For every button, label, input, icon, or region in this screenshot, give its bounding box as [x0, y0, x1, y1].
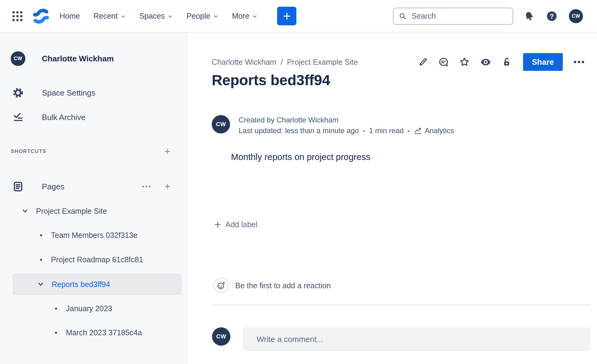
nav-people[interactable]: People	[186, 12, 218, 20]
add-reaction-icon[interactable]	[214, 278, 229, 293]
avatar-initials: CW	[216, 121, 226, 128]
chevron-down-icon	[252, 14, 258, 19]
tree-item-label: Team Members 032f313e	[51, 231, 137, 240]
tree-item-project-example-site[interactable]: Project Example Site	[22, 204, 107, 218]
search-box[interactable]	[393, 8, 513, 25]
last-updated-text[interactable]: Last updated: less than a minute ago	[239, 126, 359, 135]
unlock-icon[interactable]	[501, 57, 512, 67]
chevron-down-icon	[213, 14, 218, 19]
primary-nav: Home Recent Spaces People More	[60, 12, 258, 20]
avatar-initials: CW	[216, 333, 226, 340]
breadcrumb-separator: /	[280, 58, 283, 67]
tree-item-reports-selected[interactable]: Reports bed3ff94	[13, 274, 182, 295]
tree-item-january-2023[interactable]: • January 2023	[55, 301, 112, 316]
comment-bubble-icon[interactable]	[438, 57, 449, 67]
add-page-icon[interactable]	[163, 183, 171, 191]
comments-divider	[212, 304, 590, 305]
reaction-prompt: Be the first to add a reaction	[235, 281, 331, 290]
analytics-chart-icon	[414, 127, 422, 135]
tree-item-project-roadmap[interactable]: • Project Roadmap 61c8fc81	[40, 252, 143, 267]
avatar-initials: CW	[572, 13, 580, 19]
space-avatar: CW	[11, 51, 25, 66]
add-label-text: Add label	[225, 220, 257, 229]
add-label-button[interactable]: Add label	[214, 220, 257, 229]
plus-icon	[214, 220, 222, 229]
space-avatar-initials: CW	[14, 56, 22, 61]
top-navigation: Home Recent Spaces People More	[0, 0, 597, 32]
add-shortcut-icon[interactable]	[163, 147, 171, 155]
chevron-down-icon	[120, 14, 126, 19]
page-body-text: Monthly reports on project progress	[231, 152, 370, 162]
space-sidebar: CW Charlotte Wickham Space Settings Bulk…	[0, 32, 188, 364]
tree-item-team-members[interactable]: • Team Members 032f313e	[40, 228, 137, 242]
nav-recent-label: Recent	[93, 12, 118, 20]
app-switcher-icon[interactable]	[11, 9, 24, 23]
bullet-icon: •	[40, 255, 42, 264]
pages-section-header[interactable]: Pages	[0, 179, 187, 194]
nav-spaces[interactable]: Spaces	[139, 12, 173, 20]
search-icon	[399, 12, 407, 20]
nav-more-label: More	[232, 12, 249, 20]
bulk-archive-label: Bulk Archive	[42, 113, 86, 122]
tree-item-label: Project Roadmap 61c8fc81	[51, 255, 143, 264]
bulk-archive-icon	[11, 112, 25, 122]
tree-item-label: January 2023	[66, 304, 112, 313]
nav-more[interactable]: More	[232, 12, 258, 20]
breadcrumb-space[interactable]: Charlotte Wickham	[212, 58, 276, 67]
sidebar-item-bulk-archive[interactable]: Bulk Archive	[0, 110, 187, 125]
breadcrumb: Charlotte Wickham / Project Example Site	[212, 54, 358, 70]
shortcuts-label: SHORTCUTS	[11, 148, 46, 155]
sidebar-item-space-settings[interactable]: Space Settings	[0, 86, 187, 100]
commenter-avatar: CW	[212, 327, 230, 346]
page-title: Reports bed3ff94	[212, 72, 330, 89]
nav-recent[interactable]: Recent	[93, 12, 126, 20]
bullet-icon: •	[55, 304, 57, 313]
nav-spaces-label: Spaces	[139, 12, 165, 20]
user-avatar[interactable]: CW	[569, 9, 583, 23]
dot-separator	[359, 126, 369, 135]
reactions-section: Be the first to add a reaction	[214, 278, 331, 293]
pages-more-icon[interactable]	[141, 184, 151, 189]
nav-home-label: Home	[60, 12, 80, 20]
tree-item-label: March 2023 37185c4a	[66, 328, 142, 337]
share-button-label: Share	[532, 57, 554, 67]
page-content: Charlotte Wickham / Project Example Site	[188, 32, 597, 364]
nav-people-label: People	[186, 12, 210, 20]
page-actions: Share	[418, 52, 585, 72]
comment-input[interactable]	[243, 327, 590, 351]
analytics-link[interactable]: Analytics	[414, 126, 454, 135]
help-icon[interactable]: ?	[545, 9, 559, 23]
search-input[interactable]	[411, 11, 513, 21]
read-time-text: 1 min read	[369, 126, 404, 135]
dot-separator	[404, 126, 414, 135]
chevron-down-icon	[22, 208, 28, 214]
pages-icon	[11, 181, 25, 192]
share-button[interactable]: Share	[523, 53, 563, 71]
author-avatar[interactable]: CW	[212, 115, 230, 133]
tree-item-label: Project Example Site	[36, 207, 107, 216]
bullet-icon: •	[55, 328, 57, 337]
space-name: Charlotte Wickham	[42, 54, 114, 64]
chevron-down-icon	[37, 281, 44, 288]
more-actions-icon[interactable]	[573, 60, 585, 64]
space-profile[interactable]: CW Charlotte Wickham	[0, 51, 187, 66]
watch-eye-icon[interactable]	[480, 56, 491, 68]
notifications-bell-icon[interactable]	[522, 9, 536, 23]
analytics-label: Analytics	[425, 126, 454, 135]
space-settings-label: Space Settings	[42, 88, 95, 98]
tree-item-label: Reports bed3ff94	[52, 280, 110, 289]
created-by-line: Created by Charlotte Wickham	[239, 116, 454, 124]
nav-home[interactable]: Home	[60, 12, 80, 20]
confluence-logo-icon[interactable]	[32, 7, 50, 25]
svg-text:?: ?	[550, 12, 554, 20]
favorite-star-icon[interactable]	[459, 56, 470, 67]
meta-line: Last updated: less than a minute ago 1 m…	[239, 126, 454, 135]
breadcrumb-parent-page[interactable]: Project Example Site	[287, 58, 358, 67]
gear-icon	[11, 88, 25, 98]
edit-pencil-icon[interactable]	[418, 57, 428, 67]
bullet-icon: •	[40, 231, 42, 240]
tree-item-march-2023[interactable]: • March 2023 37185c4a	[55, 325, 142, 340]
plus-icon	[282, 11, 292, 21]
chevron-down-icon	[167, 14, 173, 19]
create-button[interactable]	[277, 7, 296, 25]
